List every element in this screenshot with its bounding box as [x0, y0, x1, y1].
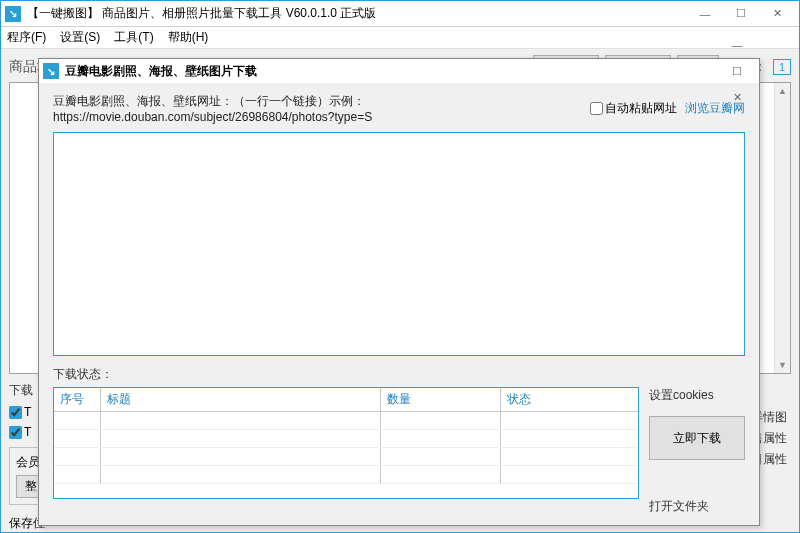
- col-header-count[interactable]: 数量: [380, 388, 500, 412]
- douban-download-dialog: ↘ 豆瓣电影剧照、海报、壁纸图片下载 — ☐ ✕ 豆瓣电影剧照、海报、壁纸网址：…: [38, 58, 760, 526]
- maximize-button[interactable]: ☐: [723, 1, 759, 27]
- table-row: [54, 466, 638, 484]
- modal-app-icon: ↘: [43, 63, 59, 79]
- menu-settings[interactable]: 设置(S): [60, 29, 100, 46]
- download-now-button[interactable]: 立即下载: [649, 416, 745, 460]
- browse-douban-link[interactable]: 浏览豆瓣网: [685, 100, 745, 117]
- modal-side-actions: 设置cookies 立即下载 打开文件夹: [649, 387, 745, 515]
- scroll-up-icon[interactable]: ▲: [775, 83, 790, 99]
- modal-body: 豆瓣电影剧照、海报、壁纸网址：（一行一个链接）示例：https://movie.…: [39, 83, 759, 525]
- check-t1[interactable]: T: [9, 405, 31, 419]
- modal-instruction-row: 豆瓣电影剧照、海报、壁纸网址：（一行一个链接）示例：https://movie.…: [53, 93, 745, 124]
- modal-title: 豆瓣电影剧照、海报、壁纸图片下载: [65, 63, 719, 80]
- main-titlebar: ↘ 【一键搬图】 商品图片、相册照片批量下载工具 V60.0.1.0 正式版 —…: [1, 1, 799, 27]
- scroll-down-icon[interactable]: ▼: [775, 357, 790, 373]
- minimize-button[interactable]: —: [687, 1, 723, 27]
- check-t2[interactable]: T: [9, 425, 31, 439]
- modal-minimize-button[interactable]: —: [719, 32, 755, 58]
- main-menu: 程序(F) 设置(S) 工具(T) 帮助(H): [1, 27, 799, 49]
- main-window-buttons: — ☐ ✕: [687, 1, 795, 27]
- modal-bottom-row: 序号 标题 数量 状态 设置cookies: [53, 387, 745, 515]
- download-status-label: 下载状态：: [53, 366, 745, 383]
- modal-titlebar: ↘ 豆瓣电影剧照、海报、壁纸图片下载 — ☐ ✕: [39, 59, 759, 83]
- table-row: [54, 448, 638, 466]
- col-header-num[interactable]: 序号: [54, 388, 100, 412]
- col-header-status[interactable]: 状态: [500, 388, 638, 412]
- modal-instruction-text: 豆瓣电影剧照、海报、壁纸网址：（一行一个链接）示例：https://movie.…: [53, 93, 582, 124]
- open-folder-link[interactable]: 打开文件夹: [649, 498, 745, 515]
- table-row: [54, 412, 638, 430]
- menu-program[interactable]: 程序(F): [7, 29, 46, 46]
- skin-selector[interactable]: 1: [773, 59, 791, 75]
- main-title: 【一键搬图】 商品图片、相册照片批量下载工具 V60.0.1.0 正式版: [27, 5, 687, 22]
- set-cookies-link[interactable]: 设置cookies: [649, 387, 745, 404]
- vertical-scrollbar[interactable]: ▲ ▼: [774, 83, 790, 373]
- modal-url-textarea[interactable]: [53, 132, 745, 356]
- col-header-title[interactable]: 标题: [100, 388, 380, 412]
- menu-help[interactable]: 帮助(H): [168, 29, 209, 46]
- close-button[interactable]: ✕: [759, 1, 795, 27]
- modal-autopaste-checkbox[interactable]: 自动粘贴网址: [590, 100, 677, 117]
- download-status-table[interactable]: 序号 标题 数量 状态: [53, 387, 639, 499]
- app-icon: ↘: [5, 6, 21, 22]
- modal-maximize-button[interactable]: ☐: [719, 58, 755, 84]
- table-row: [54, 430, 638, 448]
- menu-tools[interactable]: 工具(T): [114, 29, 153, 46]
